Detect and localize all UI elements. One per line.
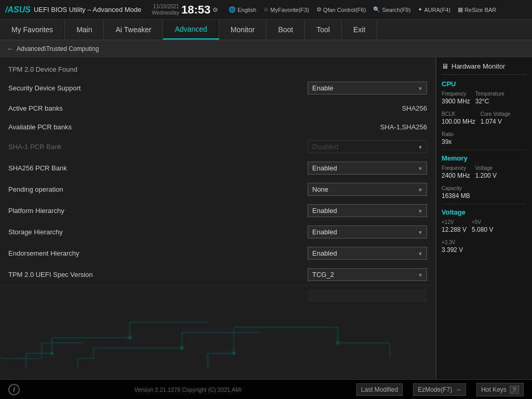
endorsement-hierarchy-wrapper: Enabled Disabled ▼ bbox=[308, 247, 427, 260]
nav-my-favorites[interactable]: My Favorites bbox=[0, 20, 65, 39]
cpu-metrics-row1: Frequency 3900 MHz Temperature 32°C bbox=[442, 91, 527, 108]
cpu-temperature-label: Temperature bbox=[475, 91, 504, 97]
cpu-metrics-row2: BCLK 100.00 MHz Core Voltage 1.074 V bbox=[442, 111, 527, 128]
active-pcr-banks-label: Active PCR banks bbox=[8, 104, 402, 112]
settings-panel: TPM 2.0 Device Found Security Device Sup… bbox=[0, 57, 436, 379]
cpu-bclk-value: 100.00 MHz bbox=[442, 118, 475, 125]
version-text: Version 2.21.1278 Copyright (C) 2021 AMI bbox=[20, 387, 356, 393]
memory-voltage-label: Voltage bbox=[475, 165, 497, 171]
info-icon[interactable]: i bbox=[8, 384, 20, 395]
nav-monitor[interactable]: Monitor bbox=[219, 20, 267, 39]
sha1-pcr-bank-wrapper: Disabled Enabled ▼ bbox=[308, 140, 427, 153]
time-display: 18:53 bbox=[181, 3, 210, 17]
nav-boot[interactable]: Boot bbox=[267, 20, 305, 39]
fan-icon: ⚙ bbox=[316, 6, 322, 13]
cpu-frequency-value: 3900 MHz bbox=[442, 98, 470, 105]
shortcut-myfavorite[interactable]: ☆ MyFavorite(F3) bbox=[263, 6, 309, 13]
sha256-pcr-bank-select[interactable]: Enabled Disabled bbox=[308, 162, 427, 175]
nav-ai-tweaker[interactable]: Ai Tweaker bbox=[104, 20, 163, 39]
cpu-ratio-label: Ratio bbox=[442, 131, 527, 137]
hot-keys-label: Hot Keys bbox=[481, 386, 507, 393]
cpu-bclk-metric: BCLK 100.00 MHz bbox=[442, 111, 475, 125]
platform-hierarchy-select[interactable]: Enabled Disabled bbox=[308, 204, 427, 217]
bios-title: UEFI BIOS Utility – Advanced Mode bbox=[34, 6, 141, 14]
nav-boot-label: Boot bbox=[278, 25, 293, 34]
bottom-right: Last Modified EzMode(F7) → Hot Keys ? bbox=[356, 383, 524, 396]
memory-voltage-metric: Voltage 1.200 V bbox=[475, 165, 497, 179]
tpm-spec-version-select[interactable]: TCG_2 TCG_1_2 bbox=[308, 268, 427, 281]
nav-main[interactable]: Main bbox=[65, 20, 104, 39]
sha256-pcr-bank-row: SHA256 PCR Bank Enabled Disabled ▼ bbox=[0, 157, 435, 179]
shortcut-resizebar[interactable]: ▦ ReSize BAR bbox=[458, 6, 496, 13]
nav-exit[interactable]: Exit bbox=[342, 20, 377, 39]
ez-mode-arrow-icon: → bbox=[455, 386, 461, 393]
bottom-bar: i Version 2.21.1278 Copyright (C) 2021 A… bbox=[0, 379, 532, 399]
voltage-5v-metric: +5V 5.080 V bbox=[472, 219, 493, 233]
bottom-left: i bbox=[8, 384, 20, 395]
memory-frequency-label: Frequency bbox=[442, 165, 470, 171]
myfavorite-label: MyFavorite(F3) bbox=[270, 7, 309, 13]
shortcut-aura[interactable]: ✦ AURA(F4) bbox=[418, 6, 450, 13]
settings-icon[interactable]: ⚙ bbox=[212, 6, 218, 14]
shortcut-english[interactable]: 🌐 English bbox=[229, 6, 256, 13]
storage-hierarchy-label: Storage Hierarchy bbox=[8, 228, 308, 236]
sha1-pcr-bank-select[interactable]: Disabled Enabled bbox=[308, 140, 427, 153]
memory-capacity-label: Capacity bbox=[442, 185, 527, 191]
english-label: English bbox=[237, 7, 256, 13]
header-shortcuts: 🌐 English ☆ MyFavorite(F3) ⚙ Qfan Contro… bbox=[229, 6, 496, 13]
platform-hierarchy-label: Platform Hierarchy bbox=[8, 207, 308, 215]
main-content: TPM 2.0 Device Found Security Device Sup… bbox=[0, 57, 532, 379]
cpu-temperature-value: 32°C bbox=[475, 98, 504, 105]
pending-operation-label: Pending operation bbox=[8, 185, 308, 193]
storage-hierarchy-select[interactable]: Enabled Disabled bbox=[308, 225, 427, 238]
voltage-5v-value: 5.080 V bbox=[472, 226, 493, 233]
cpu-section-title: CPU bbox=[442, 80, 527, 88]
voltage-12v-label: +12V bbox=[442, 219, 467, 225]
endorsement-hierarchy-label: Endorsement Hierarchy bbox=[8, 249, 308, 257]
ez-mode-label: EzMode(F7) bbox=[418, 386, 452, 393]
back-arrow-icon[interactable]: ← bbox=[7, 45, 14, 52]
security-device-support-row: Security Device Support Enable Disable ▼ bbox=[0, 77, 435, 99]
voltage-33v-metric: +3.3V 3.392 V bbox=[442, 240, 527, 254]
navbar: My Favorites Main Ai Tweaker Advanced Mo… bbox=[0, 20, 532, 41]
voltage-33v-value: 3.392 V bbox=[442, 246, 527, 254]
nav-tool[interactable]: Tool bbox=[305, 20, 342, 39]
globe-icon: 🌐 bbox=[229, 6, 236, 13]
tpm-found-label: TPM 2.0 Device Found bbox=[8, 65, 77, 73]
search-label: Search(F9) bbox=[382, 7, 410, 13]
voltage-33v-label: +3.3V bbox=[442, 240, 527, 245]
nav-exit-label: Exit bbox=[353, 25, 365, 34]
breadcrumb-path: Advanced\Trusted Computing bbox=[17, 45, 99, 52]
last-modified-button[interactable]: Last Modified bbox=[356, 383, 403, 396]
memory-capacity-value: 16384 MB bbox=[442, 192, 527, 200]
asus-logo: /ASUS bbox=[5, 5, 31, 15]
memory-frequency-metric: Frequency 2400 MHz bbox=[442, 165, 470, 179]
pending-operation-select[interactable]: None TPM Clear bbox=[308, 183, 427, 196]
day-display: Wednesday bbox=[152, 10, 179, 16]
ez-mode-button[interactable]: EzMode(F7) → bbox=[413, 383, 466, 396]
memory-voltage-value: 1.200 V bbox=[475, 172, 497, 179]
memory-frequency-value: 2400 MHz bbox=[442, 172, 470, 179]
endorsement-hierarchy-select[interactable]: Enabled Disabled bbox=[308, 247, 427, 260]
tpm-spec-version-wrapper: TCG_2 TCG_1_2 ▼ bbox=[308, 268, 427, 281]
cpu-ratio-value: 39x bbox=[442, 138, 527, 145]
resize-icon: ▦ bbox=[458, 6, 463, 13]
storage-hierarchy-row: Storage Hierarchy Enabled Disabled ▼ bbox=[0, 221, 435, 243]
nav-main-label: Main bbox=[76, 25, 92, 34]
storage-hierarchy-wrapper: Enabled Disabled ▼ bbox=[308, 225, 427, 238]
cpu-core-voltage-value: 1.074 V bbox=[481, 118, 511, 125]
cpu-ratio-metric: Ratio 39x bbox=[442, 131, 527, 145]
hot-keys-button[interactable]: Hot Keys ? bbox=[476, 383, 524, 396]
active-pcr-banks-value: SHA256 bbox=[402, 104, 427, 112]
monitor-icon: 🖥 bbox=[442, 62, 448, 70]
shortcut-search[interactable]: 🔍 Search(F9) bbox=[373, 6, 410, 13]
shortcut-qfan[interactable]: ⚙ Qfan Control(F6) bbox=[316, 6, 366, 13]
security-device-support-select[interactable]: Enable Disable bbox=[308, 82, 427, 95]
voltage-section-title: Voltage bbox=[442, 208, 527, 216]
header: /ASUS UEFI BIOS Utility – Advanced Mode … bbox=[0, 0, 532, 20]
nav-my-favorites-label: My Favorites bbox=[11, 25, 53, 34]
last-modified-label: Last Modified bbox=[361, 386, 398, 393]
hardware-monitor-panel: 🖥 Hardware Monitor CPU Frequency 3900 MH… bbox=[436, 57, 532, 379]
nav-advanced[interactable]: Advanced bbox=[163, 20, 219, 39]
endorsement-hierarchy-row: Endorsement Hierarchy Enabled Disabled ▼ bbox=[0, 243, 435, 264]
